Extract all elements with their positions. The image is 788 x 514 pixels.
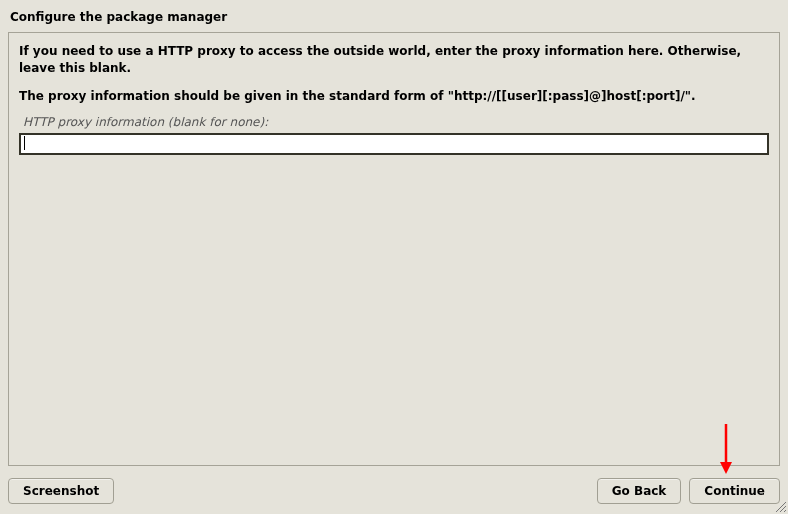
instruction-text-1: If you need to use a HTTP proxy to acces… bbox=[19, 43, 769, 78]
svg-line-4 bbox=[784, 510, 786, 512]
screenshot-button[interactable]: Screenshot bbox=[8, 478, 114, 504]
text-cursor bbox=[24, 136, 25, 150]
go-back-button[interactable]: Go Back bbox=[597, 478, 682, 504]
continue-button[interactable]: Continue bbox=[689, 478, 780, 504]
main-panel: If you need to use a HTTP proxy to acces… bbox=[8, 32, 780, 466]
proxy-field-label: HTTP proxy information (blank for none): bbox=[19, 115, 769, 133]
instruction-text-2: The proxy information should be given in… bbox=[19, 88, 769, 105]
svg-line-3 bbox=[780, 506, 786, 512]
page-title: Configure the package manager bbox=[0, 0, 788, 30]
proxy-input[interactable] bbox=[19, 133, 769, 155]
button-bar: Screenshot Go Back Continue bbox=[8, 478, 780, 504]
